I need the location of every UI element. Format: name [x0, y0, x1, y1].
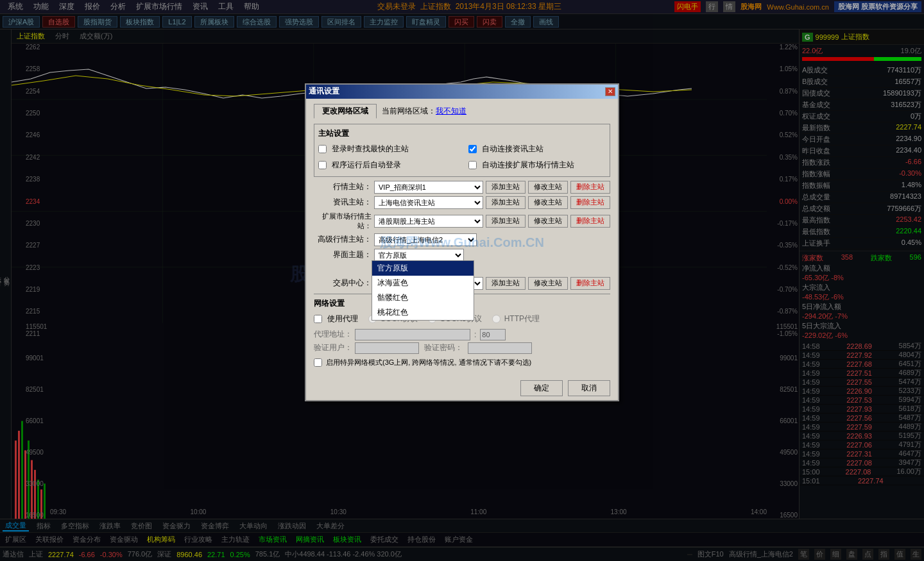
proxy-addr-input[interactable] — [355, 329, 470, 340]
form-row-adv: 高级行情主站： 高级行情_上海电信2 — [314, 233, 610, 246]
use-proxy-label: 使用代理 — [327, 314, 358, 324]
auth-pass-label: 验证密码： — [424, 342, 463, 353]
checkbox-fastest[interactable] — [318, 145, 327, 153]
auth-user-label: 验证用户： — [314, 342, 352, 353]
modal-overlay: 通讯设置 ✕ 股海网Www.Guhai.Com.CN 更改网络区域 当前网络区域… — [0, 0, 924, 561]
modal-body: 更改网络区域 当前网络区域： 我不知道 主站设置 登录时查找最快的主站 自动连接… — [306, 99, 618, 376]
checkbox-label-2: 程序运行后自动登录 — [332, 160, 401, 171]
checkbox-row-2: 程序运行后自动登录 — [318, 160, 456, 171]
dropdown-item-skull[interactable]: 骷髅红色 — [372, 290, 474, 305]
del-quote-btn[interactable]: 删除主站 — [570, 181, 610, 194]
form-row-ext: 扩展市场行情主站： 港股期股上海主站 添加主站 修改主站 删除主站 — [314, 212, 610, 231]
checkboxes-grid: 登录时查找最快的主站 自动连接资讯主站 程序运行后自动登录 自动连接扩展市场行情… — [318, 142, 606, 172]
ui-theme-container: 界面主题： 官方原版 冰海蓝色 骷髅红色 桃花红色 官方原版 冰海蓝色 骷髅红色… — [314, 249, 610, 262]
current-network-label: 当前网络区域： — [382, 106, 436, 117]
form-row-ui: 界面主题： 官方原版 冰海蓝色 骷髅红色 桃花红色 — [314, 249, 610, 262]
checkbox-label-3: 自动连接扩展市场行情主站 — [482, 160, 574, 171]
auth-pass-input[interactable] — [468, 342, 532, 354]
ui-label: 界面主题： — [314, 249, 372, 260]
auth-user-input[interactable] — [355, 342, 419, 354]
edit-trade-btn[interactable]: 修改主站 — [528, 277, 568, 290]
edit-quote-btn[interactable]: 修改主站 — [528, 181, 568, 194]
ok-button[interactable]: 确定 — [520, 380, 563, 396]
modal-footer: 确定 取消 — [306, 376, 618, 400]
news-label: 资讯主站： — [314, 197, 372, 208]
modal-tab-change-network[interactable]: 更改网络区域 — [314, 104, 377, 119]
proxy-port-input[interactable] — [480, 329, 506, 340]
main-station-section: 主站设置 登录时查找最快的主站 自动连接资讯主站 程序运行后自动登录 — [314, 124, 610, 177]
adv-select[interactable]: 高级行情_上海电信2 — [374, 233, 477, 246]
modal-close-button[interactable]: ✕ — [605, 87, 615, 96]
use-proxy-checkbox[interactable] — [314, 315, 322, 323]
del-ext-btn[interactable]: 删除主站 — [570, 215, 610, 228]
proxy-port-colon: : — [474, 330, 476, 339]
http-label: HTTP代理 — [504, 314, 540, 324]
trade-label: 交易中心： — [314, 278, 372, 289]
adv-label: 高级行情主站： — [314, 234, 372, 245]
dropdown-item-official[interactable]: 官方原版 — [372, 261, 474, 276]
checkbox-auto-ext[interactable] — [468, 161, 477, 169]
del-trade-btn[interactable]: 删除主站 — [570, 277, 610, 290]
special-net-label: 启用特异网络模式(3G上网, 跨网络等情况, 通常情况下请不要勾选) — [326, 358, 531, 367]
ext-label: 扩展市场行情主站： — [314, 212, 372, 231]
modal-title-bar: 通讯设置 ✕ — [306, 85, 618, 99]
checkbox-label-0: 登录时查找最快的主站 — [332, 144, 409, 155]
edit-ext-btn[interactable]: 修改主站 — [528, 215, 568, 228]
modal-tab-row: 更改网络区域 当前网络区域： 我不知道 — [314, 104, 610, 119]
checkbox-auto-news[interactable] — [468, 145, 477, 153]
form-row-news: 资讯主站： 上海电信资讯主站 添加主站 修改主站 删除主站 — [314, 196, 610, 209]
ext-select[interactable]: 港股期股上海主站 — [374, 215, 483, 228]
http-radio: HTTP代理 — [492, 314, 540, 324]
ui-dropdown-menu: 官方原版 冰海蓝色 骷髅红色 桃花红色 — [372, 260, 474, 321]
ui-select[interactable]: 官方原版 冰海蓝色 骷髅红色 桃花红色 — [374, 249, 464, 262]
special-net-checkbox[interactable] — [314, 358, 322, 367]
quote-label: 行情主站： — [314, 181, 372, 192]
news-select[interactable]: 上海电信资讯主站 — [374, 196, 483, 209]
checkbox-row-3: 自动连接扩展市场行情主站 — [468, 160, 606, 171]
dropdown-item-ice[interactable]: 冰海蓝色 — [372, 276, 474, 290]
proxy-auth-row: 验证用户： 验证密码： — [314, 342, 610, 354]
checkbox-label-1: 自动连接资讯主站 — [482, 144, 543, 155]
del-news-btn[interactable]: 删除主站 — [570, 196, 610, 209]
add-ext-btn[interactable]: 添加主站 — [486, 215, 526, 228]
checkbox-auto-login[interactable] — [318, 161, 327, 169]
modal-dialog: 通讯设置 ✕ 股海网Www.Guhai.Com.CN 更改网络区域 当前网络区域… — [305, 83, 619, 401]
proxy-addr-label: 代理地址： — [314, 329, 352, 340]
proxy-addr-row: 代理地址： : — [314, 329, 610, 340]
use-proxy-row: 使用代理 — [314, 314, 358, 324]
edit-news-btn[interactable]: 修改主站 — [528, 196, 568, 209]
http-radio-input[interactable] — [492, 315, 501, 323]
add-trade-btn[interactable]: 添加主站 — [486, 277, 526, 290]
main-section-title: 主站设置 — [318, 128, 606, 139]
form-row-quote: 行情主站： VIP_招商深圳1 添加主站 修改主站 删除主站 — [314, 181, 610, 194]
quote-select[interactable]: VIP_招商深圳1 — [374, 181, 483, 194]
checkbox-row-1: 自动连接资讯主站 — [468, 144, 606, 155]
add-news-btn[interactable]: 添加主站 — [486, 196, 526, 209]
modal-title: 通讯设置 — [309, 86, 339, 97]
unknown-network-link[interactable]: 我不知道 — [436, 106, 466, 117]
special-net-row: 启用特异网络模式(3G上网, 跨网络等情况, 通常情况下请不要勾选) — [314, 358, 610, 367]
checkbox-row-0: 登录时查找最快的主站 — [318, 144, 456, 155]
dropdown-item-peach[interactable]: 桃花红色 — [372, 305, 474, 320]
cancel-button[interactable]: 取消 — [568, 380, 610, 396]
add-quote-btn[interactable]: 添加主站 — [486, 181, 526, 194]
